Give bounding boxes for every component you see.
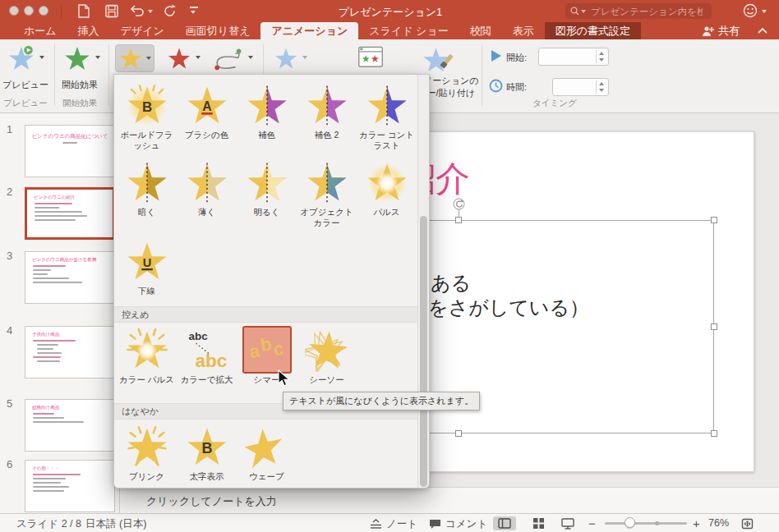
tab-view[interactable]: 表示 <box>502 22 545 39</box>
notes-pane[interactable]: クリックしてノートを入力 <box>120 487 779 513</box>
lighten-star-icon <box>185 160 229 204</box>
emphasis-effects-dropdown: B ボールドフラッシュ A ブラシの色 補色 <box>113 74 430 488</box>
effect-bold-reveal[interactable]: B 太字表示 <box>177 423 237 482</box>
preview-button[interactable] <box>7 44 36 76</box>
effect-complementary-color-2[interactable]: 補色 2 <box>297 81 357 151</box>
presenter-view-icon <box>561 518 574 530</box>
effect-color-contrast[interactable]: カラー コントラスト <box>357 81 417 151</box>
share-button[interactable]: 共有 <box>702 24 740 39</box>
comments-toggle-button[interactable]: コメント <box>429 517 487 531</box>
status-bar: スライド 2 / 8 日本語 (日本) ノート コメント <box>0 513 779 532</box>
complementary-2-star-icon <box>305 83 349 127</box>
preview-dropdown-arrow-icon[interactable] <box>39 56 44 59</box>
tab-shape-format[interactable]: 図形の書式設定 <box>545 22 641 39</box>
undo-icon[interactable] <box>130 5 145 17</box>
duration-label: 時間: <box>506 81 539 94</box>
effect-lighten[interactable]: 薄く <box>177 158 237 228</box>
effect-brush-color[interactable]: A ブラシの色 <box>177 81 237 151</box>
close-window-button[interactable] <box>9 6 19 16</box>
search-box[interactable] <box>565 3 712 19</box>
effect-blink[interactable]: ブリンク <box>117 423 177 482</box>
collapse-ribbon-icon[interactable] <box>758 27 767 34</box>
effect-brighten[interactable]: 明るく <box>237 158 297 228</box>
new-document-icon[interactable] <box>77 4 90 18</box>
start-select[interactable] <box>538 48 609 66</box>
slide-thumbnail-3[interactable]: ピンクのワニ商品が受ける客層 <box>25 251 115 304</box>
undo-dropdown-arrow-icon[interactable] <box>148 10 153 13</box>
effect-options-button[interactable] <box>273 46 299 74</box>
notes-icon <box>370 519 382 530</box>
handle-top-right[interactable] <box>711 217 717 223</box>
handle-bottom-center[interactable] <box>455 430 462 437</box>
effect-options-dropdown-arrow-icon[interactable] <box>302 56 307 59</box>
tab-animations[interactable]: アニメーション <box>260 22 358 39</box>
tab-home[interactable]: ホーム <box>13 22 67 39</box>
effect-color-pulse[interactable]: カラー パルス <box>117 326 177 385</box>
svg-text:U: U <box>142 256 151 269</box>
dropdown-scrollbar-thumb[interactable] <box>420 216 427 487</box>
effect-darken[interactable]: 暗く <box>117 158 177 228</box>
presenter-view-button[interactable] <box>557 516 578 530</box>
entrance-effect-button[interactable] <box>62 44 92 76</box>
exit-dropdown-arrow-icon[interactable] <box>196 56 201 59</box>
search-input[interactable] <box>589 6 704 17</box>
customize-toolbar-icon[interactable] <box>190 7 198 8</box>
animation-pane-icon[interactable] <box>355 44 386 71</box>
effect-object-color[interactable]: オブジェクト カラー <box>297 158 357 228</box>
motion-path-dropdown-arrow-icon[interactable] <box>248 56 253 59</box>
zoom-slider-thumb[interactable] <box>625 517 635 528</box>
tab-insert[interactable]: 挿入 <box>67 22 110 39</box>
fit-slide-to-window-icon[interactable] <box>741 518 754 530</box>
rotation-handle-icon[interactable] <box>453 198 465 210</box>
smiley-dropdown-arrow-icon[interactable] <box>762 10 767 13</box>
slide-thumbnail-1[interactable]: ピンクのワニの商品化について <box>25 125 115 177</box>
effect-grow-with-color[interactable]: abc abc カラーで拡大 <box>177 326 237 385</box>
tab-design[interactable]: デザイン <box>110 22 175 39</box>
slide-thumbnail-2-selected[interactable]: ピンクのワニの紹介 <box>25 187 115 240</box>
slide-thumbnail-4[interactable]: 子供向け商品 <box>25 326 115 378</box>
slide-number: 5 <box>7 397 12 410</box>
normal-view-button[interactable] <box>493 516 516 530</box>
tab-review[interactable]: 校閲 <box>459 22 502 39</box>
effect-pulse[interactable]: パルス <box>357 158 417 228</box>
minimize-window-button[interactable] <box>24 6 34 16</box>
search-scope-arrow-icon[interactable] <box>581 10 586 13</box>
handle-middle-right[interactable] <box>711 323 717 330</box>
save-icon[interactable] <box>105 4 118 18</box>
feedback-smiley-icon[interactable] <box>743 3 758 18</box>
section-header-subtle: 控えめ <box>114 306 418 323</box>
effect-wave[interactable]: ウェーブ <box>237 423 297 482</box>
start-play-icon <box>490 49 503 62</box>
notes-toggle-button[interactable]: ノート <box>370 517 417 531</box>
handle-bottom-right[interactable] <box>711 430 717 437</box>
effect-complementary-color[interactable]: 補色 <box>237 81 297 151</box>
start-stepper[interactable] <box>596 50 606 63</box>
effect-bold-flash[interactable]: B ボールドフラッシュ <box>117 81 177 151</box>
language-indicator[interactable]: 日本語 (日本) <box>85 517 146 531</box>
effect-underline[interactable]: U 下線 <box>117 237 177 296</box>
customize-toolbar-arrow-icon[interactable] <box>191 11 196 14</box>
tab-slideshow[interactable]: スライド ショー <box>358 22 459 39</box>
duration-stepper[interactable] <box>596 80 606 94</box>
zoom-in-button[interactable]: + <box>693 516 700 530</box>
duration-input[interactable] <box>552 78 609 96</box>
zoom-level[interactable]: 76% <box>708 517 729 529</box>
tab-transitions[interactable]: 画面切り替え <box>175 22 261 39</box>
entrance-dropdown-arrow-icon[interactable] <box>95 56 100 59</box>
exit-effect-button[interactable] <box>166 46 192 74</box>
slide-counter: スライド 2 / 8 <box>16 517 81 531</box>
dropdown-scrollbar-track[interactable] <box>417 75 429 488</box>
zoom-window-button[interactable] <box>39 6 48 16</box>
effect-seesaw[interactable]: シーソー <box>297 326 357 385</box>
emphasis-effect-button[interactable] <box>115 44 154 72</box>
animation-painter-icon[interactable] <box>421 45 454 73</box>
zoom-slider-track[interactable] <box>605 522 687 525</box>
zoom-out-button[interactable]: − <box>588 516 596 530</box>
slide-thumbnail-6[interactable]: その他・・・ <box>25 460 115 512</box>
slide-thumbnail-5[interactable]: 総務向け商品 <box>25 399 115 452</box>
handle-top-center[interactable] <box>455 217 462 223</box>
redo-icon[interactable] <box>163 4 177 18</box>
slide-sorter-view-button[interactable] <box>528 516 549 530</box>
motion-path-icon[interactable] <box>210 46 245 72</box>
slide-number: 4 <box>7 324 12 337</box>
